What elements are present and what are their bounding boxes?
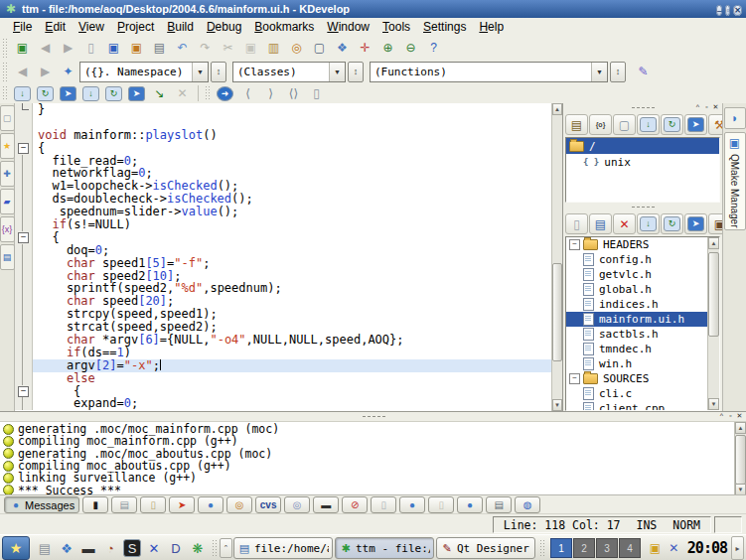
namespace-combo[interactable]: ({}. Namespace)▼ [79,62,209,82]
fold-gutter[interactable]: − [15,142,33,155]
fold-marker-icon[interactable]: − [18,232,29,243]
fold-gutter[interactable] [15,372,33,385]
add-files-button[interactable]: ▤ [589,213,612,234]
fold-marker-icon[interactable]: − [18,386,29,397]
pager-desktop-1[interactable]: 1 [550,538,572,558]
fold-gutter[interactable] [15,295,33,308]
clean-file-button[interactable]: ➤ [684,213,707,234]
tree-item[interactable]: global.h [566,282,707,297]
block-start-button[interactable]: ⟨ [236,83,259,103]
redo-button[interactable]: ↷ [194,38,217,58]
launcher-home-button[interactable]: ▤ [35,538,55,558]
dock-close-icon[interactable]: ✕ [735,412,744,420]
file-views-tab[interactable]: ▢ [0,105,15,131]
code-editor[interactable]: }void mainform::playslot()−{ file_read=0… [15,103,562,411]
fold-gutter[interactable] [15,167,33,180]
launcher-x11-button[interactable]: ✕ [144,538,164,558]
launcher-konsole-button[interactable]: ▬ [78,538,98,558]
fold-gutter[interactable] [15,116,33,129]
tray-klipper-icon[interactable]: ▣ [647,540,664,557]
rebuild-project-button[interactable]: ↻ [34,83,57,103]
snippets-dock-button[interactable]: ▯ [371,496,396,513]
menu-project[interactable]: Project [112,20,159,34]
fold-gutter[interactable] [15,129,33,142]
panel-hide-button[interactable]: ▸ [731,536,744,560]
scroll-up-icon[interactable]: ▲ [552,103,562,115]
back-button[interactable]: ◀ [34,38,57,58]
scroll-thumb[interactable] [552,263,562,361]
replace-dock-button[interactable]: ▤ [486,496,512,513]
code-line[interactable]: else [15,372,551,385]
stop-build-button[interactable]: ✕ [171,83,194,103]
splitter-grip[interactable] [631,206,655,209]
pager-desktop-2[interactable]: 2 [573,538,595,558]
fold-marker-icon[interactable]: − [18,143,29,154]
tree-item[interactable]: client.cpp [566,401,707,410]
menu-file[interactable]: File [8,20,37,34]
fold-gutter[interactable] [15,347,33,359]
fold-gutter[interactable] [15,359,33,372]
menu-debug[interactable]: Debug [202,20,246,34]
doc-tree-dock-button[interactable]: ● [198,496,224,513]
install-project-button[interactable]: ↘ [148,83,171,103]
output-dock-header[interactable]: ^▫✕ [0,412,746,422]
functions-combo-sync-button[interactable]: ↕ [610,62,626,82]
konsole-dock-button[interactable]: ▬ [313,496,339,513]
tree-expander-icon[interactable]: − [569,239,580,250]
menu-bookmarks[interactable]: Bookmarks [249,20,319,34]
build-message-line[interactable]: compiling moc_mainform.cpp (g++) [2,435,734,447]
fullscreen-button[interactable]: ✛ [354,38,376,58]
file-tree-scrollbar[interactable]: ▲ ▼ [707,237,719,410]
tree-scroll-track[interactable] [708,249,719,398]
clean-subproject-button[interactable]: ➤ [684,114,707,135]
classes-combo[interactable]: (Classes)▼ [232,62,346,82]
code-line[interactable]: } [15,103,551,116]
bookmarks-tab[interactable]: ★ [0,133,15,159]
close-button[interactable]: ✕ [733,5,742,16]
find-in-files-dock-button[interactable]: ◎ [226,496,252,513]
build-target-button[interactable]: ↓ [79,83,102,103]
nav-forward-button[interactable]: ▶ [34,62,57,81]
tree-item[interactable]: cli.c [566,386,707,401]
tree-item[interactable]: { }unix [566,154,719,170]
code-line[interactable]: if(s!=NULL) [15,218,551,231]
fold-gutter[interactable] [15,270,33,283]
stop-dock-button[interactable]: ⊘ [342,496,368,513]
save-all-button[interactable]: ▣ [125,38,148,58]
rebuild-subproject-button[interactable]: ↻ [661,114,683,135]
raise-editor-button[interactable]: ▢ [308,38,331,58]
output-scroll-track[interactable] [735,434,746,484]
code-text[interactable]: argv[2]="-x"; [33,359,551,372]
build-project-button[interactable]: ↓ [11,83,34,103]
compile-project-button[interactable]: ➤ [57,83,79,103]
file-selector-tab[interactable]: ▤ [0,244,15,270]
tree-scroll-down-icon[interactable]: ▼ [708,398,719,410]
tree-item[interactable]: tmndec.h [566,342,707,356]
pager-desktop-4[interactable]: 4 [619,538,641,558]
fold-gutter[interactable] [15,193,33,206]
create-file-button[interactable]: ▯ [565,213,588,234]
functions-combo[interactable]: (Functions)▼ [370,62,608,82]
tree-expander-icon[interactable]: − [569,373,580,384]
rebuild-target-button[interactable]: ↻ [102,83,125,103]
tree-item[interactable]: sactbls.h [566,327,707,342]
output-scroll-thumb[interactable] [735,435,746,485]
file-list-dock-button[interactable]: ▯ [428,496,454,513]
pager-desktop-3[interactable]: 3 [596,538,618,558]
application-dock-button[interactable]: ▮ [82,496,108,513]
fold-gutter[interactable] [15,321,33,334]
open-subproject-button[interactable]: ▤ [565,114,588,135]
copy-button[interactable]: ▣ [239,38,262,58]
compile-target-button[interactable]: ➤ [125,83,148,103]
block-end-button[interactable]: ⟩ [259,83,282,103]
launcher-kcontrol-button[interactable]: ◔ [100,538,120,558]
nav-back-button[interactable]: ◀ [11,62,34,81]
fold-gutter[interactable] [15,155,33,168]
tree-item[interactable]: win.h [566,356,707,371]
fold-gutter[interactable] [15,103,33,116]
menu-build[interactable]: Build [162,20,199,34]
taskbar-task-button[interactable]: ▤file:/home/aoq [233,537,333,559]
print-button[interactable]: ▤ [148,38,171,58]
tree-item[interactable]: mainform.ui.h [566,312,707,327]
qmake-splitter[interactable] [563,203,722,211]
